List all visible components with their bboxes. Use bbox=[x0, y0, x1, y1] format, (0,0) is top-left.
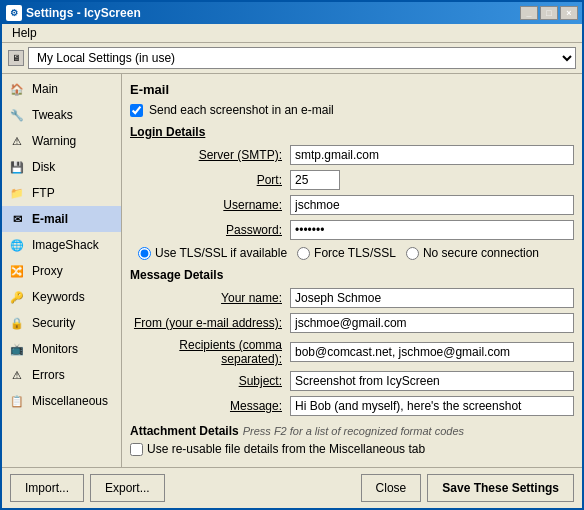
menu-bar: Help bbox=[2, 24, 582, 43]
sidebar-label-miscellaneous: Miscellaneous bbox=[32, 394, 108, 408]
tweaks-icon: 🔧 bbox=[8, 106, 26, 124]
sidebar-label-errors: Errors bbox=[32, 368, 65, 382]
force-tls-radio[interactable] bbox=[297, 247, 310, 260]
sidebar: 🏠 Main 🔧 Tweaks ⚠ Warning 💾 Disk 📁 FTP ✉ bbox=[2, 74, 122, 467]
help-menu[interactable]: Help bbox=[6, 24, 43, 42]
subject-row: Subject: bbox=[130, 371, 574, 391]
force-tls-option[interactable]: Force TLS/SSL bbox=[297, 246, 396, 260]
sidebar-item-errors[interactable]: ⚠ Errors bbox=[2, 362, 121, 388]
username-row: Username: bbox=[130, 195, 574, 215]
sidebar-label-disk: Disk bbox=[32, 160, 55, 174]
app-icon: ⚙ bbox=[6, 5, 22, 21]
errors-icon: ⚠ bbox=[8, 366, 26, 384]
bottom-bar: Import... Export... Close Save These Set… bbox=[2, 467, 582, 508]
server-row: Server (SMTP): bbox=[130, 145, 574, 165]
recipients-input[interactable] bbox=[290, 342, 574, 362]
sidebar-label-main: Main bbox=[32, 82, 58, 96]
close-button[interactable]: Close bbox=[361, 474, 422, 502]
main-window: ⚙ Settings - IcyScreen _ □ × Help 🖥 My L… bbox=[0, 0, 584, 510]
title-bar: ⚙ Settings - IcyScreen _ □ × bbox=[2, 2, 582, 24]
message-label: Message: bbox=[130, 399, 290, 413]
your-name-row: Your name: bbox=[130, 288, 574, 308]
message-details-title: Message Details bbox=[130, 268, 574, 282]
sidebar-label-monitors: Monitors bbox=[32, 342, 78, 356]
close-button[interactable]: × bbox=[560, 6, 578, 20]
attachment-section: Attachment Details Press F2 for a list o… bbox=[130, 424, 574, 438]
from-label: From (your e-mail address): bbox=[130, 316, 290, 330]
sidebar-label-proxy: Proxy bbox=[32, 264, 63, 278]
subject-label: Subject: bbox=[130, 374, 290, 388]
send-screenshot-row: Send each screenshot in an e-mail bbox=[130, 103, 574, 117]
sidebar-item-main[interactable]: 🏠 Main bbox=[2, 76, 121, 102]
tls-avail-radio[interactable] bbox=[138, 247, 151, 260]
window-title: Settings - IcyScreen bbox=[26, 6, 141, 20]
email-icon: ✉ bbox=[8, 210, 26, 228]
ftp-icon: 📁 bbox=[8, 184, 26, 202]
no-secure-option[interactable]: No secure connection bbox=[406, 246, 539, 260]
sidebar-label-tweaks: Tweaks bbox=[32, 108, 73, 122]
attachment-checkbox[interactable] bbox=[130, 443, 143, 456]
section-title: E-mail bbox=[130, 82, 574, 97]
recipients-label: Recipients (comma separated): bbox=[130, 338, 290, 366]
no-secure-radio[interactable] bbox=[406, 247, 419, 260]
keywords-icon: 🔑 bbox=[8, 288, 26, 306]
port-input[interactable] bbox=[290, 170, 340, 190]
sidebar-item-miscellaneous[interactable]: 📋 Miscellaneous bbox=[2, 388, 121, 414]
sidebar-item-email[interactable]: ✉ E-mail bbox=[2, 206, 121, 232]
subject-input[interactable] bbox=[290, 371, 574, 391]
miscellaneous-icon: 📋 bbox=[8, 392, 26, 410]
send-screenshot-label: Send each screenshot in an e-mail bbox=[149, 103, 334, 117]
from-row: From (your e-mail address): bbox=[130, 313, 574, 333]
password-label: Password: bbox=[130, 223, 290, 237]
sidebar-item-keywords[interactable]: 🔑 Keywords bbox=[2, 284, 121, 310]
attachment-checkbox-label: Use re-usable file details from the Misc… bbox=[147, 442, 425, 456]
attachment-title: Attachment Details bbox=[130, 424, 239, 438]
login-details-title: Login Details bbox=[130, 125, 574, 139]
sidebar-item-disk[interactable]: 💾 Disk bbox=[2, 154, 121, 180]
attachment-hint: Press F2 for a list of recognized format… bbox=[243, 425, 464, 437]
sidebar-label-ftp: FTP bbox=[32, 186, 55, 200]
proxy-icon: 🔀 bbox=[8, 262, 26, 280]
tls-radio-row: Use TLS/SSL if available Force TLS/SSL N… bbox=[138, 246, 574, 260]
profile-select[interactable]: My Local Settings (in use) bbox=[28, 47, 576, 69]
from-input[interactable] bbox=[290, 313, 574, 333]
disk-icon: 💾 bbox=[8, 158, 26, 176]
main-icon: 🏠 bbox=[8, 80, 26, 98]
server-input[interactable] bbox=[290, 145, 574, 165]
maximize-button[interactable]: □ bbox=[540, 6, 558, 20]
sidebar-item-warning[interactable]: ⚠ Warning bbox=[2, 128, 121, 154]
server-label: Server (SMTP): bbox=[130, 148, 290, 162]
attachment-checkbox-row: Use re-usable file details from the Misc… bbox=[130, 442, 574, 456]
sidebar-item-proxy[interactable]: 🔀 Proxy bbox=[2, 258, 121, 284]
sidebar-item-monitors[interactable]: 📺 Monitors bbox=[2, 336, 121, 362]
sidebar-item-tweaks[interactable]: 🔧 Tweaks bbox=[2, 102, 121, 128]
imageshack-icon: 🌐 bbox=[8, 236, 26, 254]
sidebar-label-email: E-mail bbox=[32, 212, 68, 226]
force-tls-label: Force TLS/SSL bbox=[314, 246, 396, 260]
minimize-button[interactable]: _ bbox=[520, 6, 538, 20]
message-row: Message: bbox=[130, 396, 574, 416]
sidebar-item-imageshack[interactable]: 🌐 ImageShack bbox=[2, 232, 121, 258]
sidebar-item-security[interactable]: 🔒 Security bbox=[2, 310, 121, 336]
message-input[interactable] bbox=[290, 396, 574, 416]
profile-icon: 🖥 bbox=[8, 50, 24, 66]
monitors-icon: 📺 bbox=[8, 340, 26, 358]
save-button[interactable]: Save These Settings bbox=[427, 474, 574, 502]
send-screenshot-checkbox[interactable] bbox=[130, 104, 143, 117]
your-name-input[interactable] bbox=[290, 288, 574, 308]
password-row: Password: bbox=[130, 220, 574, 240]
tls-avail-label: Use TLS/SSL if available bbox=[155, 246, 287, 260]
port-label: Port: bbox=[130, 173, 290, 187]
import-button[interactable]: Import... bbox=[10, 474, 84, 502]
security-icon: 🔒 bbox=[8, 314, 26, 332]
sidebar-item-ftp[interactable]: 📁 FTP bbox=[2, 180, 121, 206]
recipients-row: Recipients (comma separated): bbox=[130, 338, 574, 366]
main-area: 🏠 Main 🔧 Tweaks ⚠ Warning 💾 Disk 📁 FTP ✉ bbox=[2, 74, 582, 467]
sidebar-label-security: Security bbox=[32, 316, 75, 330]
export-button[interactable]: Export... bbox=[90, 474, 165, 502]
content-panel: E-mail Send each screenshot in an e-mail… bbox=[122, 74, 582, 467]
tls-avail-option[interactable]: Use TLS/SSL if available bbox=[138, 246, 287, 260]
password-input[interactable] bbox=[290, 220, 574, 240]
username-input[interactable] bbox=[290, 195, 574, 215]
sidebar-label-warning: Warning bbox=[32, 134, 76, 148]
